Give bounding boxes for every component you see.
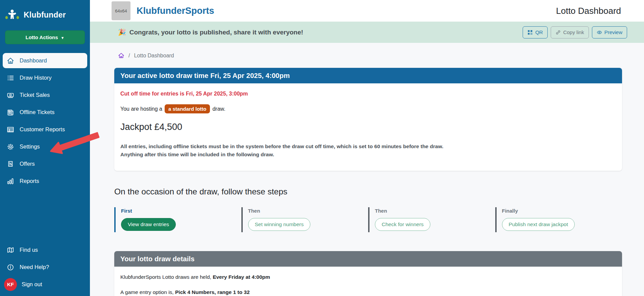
sidebar-item-label: Ticket Sales	[20, 92, 50, 98]
draw-schedule-line: KlubfunderSports Lotto draws are held, E…	[120, 274, 616, 280]
breadcrumb-current: Lotto Dashboard	[134, 53, 174, 59]
link-icon	[555, 30, 561, 35]
sidebar-item-dashboard[interactable]: Dashboard	[3, 53, 87, 68]
sidebar-item-label: Offers	[20, 161, 35, 167]
preview-button-label: Preview	[604, 29, 622, 35]
sidebar-item-settings[interactable]: Settings	[3, 139, 87, 154]
sidebar: Klubfunder Lotto Actions ▼ Dashboard Dra…	[0, 0, 90, 296]
main-area: 64x64 KlubfunderSports Lotto Dashboard 🎉…	[90, 0, 644, 296]
sidebar-item-customer-reports[interactable]: Customer Reports	[3, 122, 87, 137]
cutoff-notice: Cut off time for entries is Fri, 25 Apr …	[120, 91, 616, 97]
sidebar-item-ticket-sales[interactable]: Ticket Sales	[3, 87, 87, 103]
copy-link-button[interactable]: Copy link	[551, 26, 589, 38]
info-circle-icon	[7, 264, 14, 271]
breadcrumb: / Lotto Dashboard	[118, 52, 622, 59]
sign-out-label: Sign out	[22, 281, 42, 288]
step-then-2: Then Check for winners	[368, 207, 495, 232]
page-title: Lotto Dashboard	[556, 6, 621, 16]
banner-text: Congrats, your lotto is published, share…	[129, 29, 303, 36]
breadcrumb-separator: /	[128, 53, 130, 59]
banner-message: 🎉 Congrats, your lotto is published, sha…	[118, 28, 303, 36]
draw-schedule-normal: KlubfunderSports Lotto draws are held,	[120, 274, 213, 280]
qr-code-icon	[527, 30, 533, 35]
active-draw-card-body: Cut off time for entries is Fri, 25 Apr …	[114, 83, 622, 171]
hosting-suffix: draw.	[212, 106, 225, 112]
cash-icon	[7, 91, 14, 99]
sidebar-item-offers[interactable]: Offers	[3, 156, 87, 171]
step-first: First View draw entries	[114, 207, 241, 232]
sidebar-item-need-help[interactable]: Need Help?	[3, 260, 87, 275]
brand-name: Klubfunder	[24, 10, 66, 20]
klubfunder-logo-icon	[5, 9, 20, 21]
cutoff-info-line1: All entries, including offline tickets m…	[120, 142, 616, 151]
home-icon[interactable]	[118, 52, 124, 59]
sidebar-item-reports[interactable]: Reports	[3, 173, 87, 189]
hosting-line: You are hosting a a standard lotto draw.	[120, 104, 616, 113]
preview-button[interactable]: Preview	[592, 26, 627, 38]
lotto-actions-button[interactable]: Lotto Actions ▼	[5, 30, 85, 44]
sidebar-nav: Dashboard Draw History Ticket Sales Offl…	[0, 53, 90, 191]
receipt-percent-icon	[7, 160, 14, 168]
draw-details-body: KlubfunderSports Lotto draws are held, E…	[114, 267, 622, 296]
sidebar-item-label: Customer Reports	[20, 126, 65, 133]
page-content: / Lotto Dashboard Your active lotto draw…	[90, 43, 644, 296]
newspaper-icon	[7, 109, 14, 116]
bar-chart-icon	[7, 178, 14, 185]
step-label: Then	[375, 208, 492, 214]
steps-row: First View draw entries Then Set winning…	[114, 207, 622, 232]
party-popper-icon: 🎉	[118, 28, 126, 36]
sidebar-item-offline-tickets[interactable]: Offline Tickets	[3, 105, 87, 120]
sidebar-footer: Find us Need Help? KF Sign out	[0, 242, 90, 296]
club-name-link[interactable]: KlubfunderSports	[137, 6, 214, 16]
cutoff-info-line2: Anything after this time will be include…	[120, 151, 616, 159]
sidebar-item-draw-history[interactable]: Draw History	[3, 70, 87, 85]
active-draw-card: Your active lotto draw time Fri, 25 Apr …	[114, 68, 622, 171]
sidebar-item-label: Offline Tickets	[20, 109, 54, 115]
game-option-line: A game entry option is, Pick 4 Numbers, …	[120, 289, 616, 295]
step-then-1: Then Set winning numbers	[241, 207, 368, 232]
step-finally: Finally Publish next draw jackpot	[495, 207, 622, 232]
set-winning-numbers-button[interactable]: Set winning numbers	[248, 218, 311, 231]
gear-icon	[7, 143, 14, 151]
table-icon	[7, 126, 14, 133]
lotto-actions-label: Lotto Actions	[26, 34, 58, 40]
draw-details-card-title: Your lotto draw details	[114, 251, 622, 267]
brand: Klubfunder	[0, 0, 90, 24]
copy-link-button-label: Copy link	[563, 29, 584, 35]
published-banner: 🎉 Congrats, your lotto is published, sha…	[90, 22, 644, 43]
check-for-winners-button[interactable]: Check for winners	[375, 218, 430, 231]
steps-heading: On the occasion of the draw, follow thes…	[114, 187, 622, 196]
sidebar-item-label: Reports	[20, 178, 39, 184]
sidebar-item-sign-out[interactable]: KF Sign out	[3, 277, 87, 292]
home-icon	[7, 57, 14, 64]
qr-button[interactable]: QR	[523, 26, 548, 38]
club-logo-placeholder: 64x64	[112, 1, 130, 20]
draw-schedule-bold: Every Friday at 4:00pm	[213, 274, 270, 280]
draw-details-card: Your lotto draw details KlubfunderSports…	[114, 251, 622, 296]
view-draw-entries-button[interactable]: View draw entries	[121, 218, 176, 231]
step-label: First	[121, 208, 238, 214]
list-icon	[7, 74, 14, 82]
map-icon	[7, 246, 14, 254]
sidebar-item-label: Settings	[20, 143, 40, 150]
eye-icon	[597, 30, 602, 35]
sidebar-item-label: Find us	[20, 247, 38, 253]
sidebar-item-find-us[interactable]: Find us	[3, 242, 87, 258]
step-label: Then	[248, 208, 365, 214]
step-label: Finally	[502, 208, 619, 214]
chevron-down-icon: ▼	[61, 36, 65, 40]
jackpot-amount: Jackpot £4,500	[120, 122, 616, 132]
game-option-normal: A game entry option is,	[120, 289, 175, 295]
sidebar-item-label: Dashboard	[20, 57, 47, 64]
sidebar-item-label: Need Help?	[20, 264, 49, 270]
lotto-type-badge: a standard lotto	[165, 104, 210, 113]
publish-next-draw-jackpot-button[interactable]: Publish next draw jackpot	[502, 218, 575, 231]
avatar: KF	[4, 278, 17, 291]
banner-buttons: QR Copy link Preview	[523, 26, 627, 38]
top-header: 64x64 KlubfunderSports Lotto Dashboard	[90, 0, 644, 22]
game-option-bold: Pick 4 Numbers, range 1 to 32	[175, 289, 250, 295]
qr-button-label: QR	[535, 29, 543, 35]
active-draw-card-title: Your active lotto draw time Fri, 25 Apr …	[114, 68, 622, 83]
hosting-prefix: You are hosting a	[120, 106, 162, 112]
sidebar-item-label: Draw History	[20, 75, 51, 81]
